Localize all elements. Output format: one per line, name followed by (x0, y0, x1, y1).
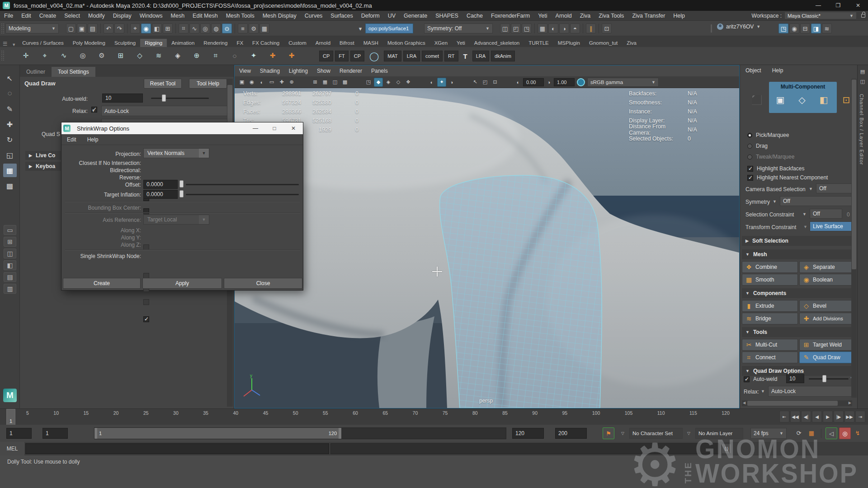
close-dialog-button[interactable]: Close (224, 278, 302, 289)
radio-drag[interactable]: Drag (747, 143, 768, 149)
chevron-down-icon[interactable]: ▼ (809, 187, 813, 191)
paint-effects-icon[interactable]: ◓ (570, 23, 580, 33)
wireframe-icon[interactable]: ◳ (364, 78, 373, 87)
open-render-view-icon[interactable]: ▦ (259, 23, 269, 33)
humanik-toggle-icon[interactable]: ◉ (789, 23, 799, 33)
exposure-icon[interactable]: ◐ (514, 78, 523, 87)
face-mode-icon[interactable]: ◧ (817, 93, 830, 107)
layout-single-pane-icon[interactable]: ▭ (4, 225, 16, 235)
select-object-icon[interactable]: ◉ (141, 23, 151, 33)
menu-item[interactable]: Mesh Display (259, 13, 301, 19)
step-back-frame-button[interactable]: ◀| (801, 411, 811, 422)
qdo-auto-weld-slider[interactable] (809, 378, 849, 380)
sound-icon[interactable]: ◁ (826, 427, 837, 439)
shelf-script-button[interactable]: dkAnim (491, 51, 515, 61)
select-camera-icon[interactable]: ▣ (237, 78, 246, 87)
shelf-tab[interactable]: TURTLE (524, 39, 553, 47)
offset-slider[interactable] (186, 184, 299, 185)
tool-help-button[interactable]: Tool Help (189, 79, 227, 89)
vertex-mode-icon[interactable]: ▣ (774, 93, 787, 107)
radio-tweak-marquee[interactable]: Tweak/Marquee (747, 154, 794, 160)
display-layer-toggle-icon[interactable]: ⊡ (602, 23, 612, 33)
film-gate-icon[interactable]: ▦ (321, 78, 330, 87)
qdo-auto-weld-checkbox[interactable]: Auto-weld (744, 376, 777, 382)
step-forward-frame-button[interactable]: |▶ (834, 411, 844, 422)
shelf-grip[interactable] (1, 51, 4, 61)
status-icon[interactable] (583, 23, 583, 33)
status-icon[interactable] (127, 23, 127, 33)
menu-item[interactable]: Ziva (576, 13, 595, 19)
projection-dropdown[interactable]: Vertex Normals▼ (143, 148, 209, 158)
shelf-tab[interactable]: Rigging (140, 39, 167, 47)
step-back-key-button[interactable]: ◀◀ (790, 411, 800, 422)
shelf-script-button[interactable]: LRA (403, 51, 420, 61)
panel-menu-item[interactable]: View (235, 68, 255, 74)
boolean-button[interactable]: ◉Boolean (799, 274, 855, 286)
shelf-tab[interactable]: FX (232, 39, 248, 47)
shelf-script-button[interactable]: RT (444, 51, 458, 61)
snap-curve-icon[interactable]: ∿ (189, 23, 199, 33)
extrude-button[interactable]: ▮Extrude (742, 300, 798, 312)
target-inflation-slider[interactable] (186, 194, 299, 195)
axis-reference-dropdown[interactable]: Target Local▼ (143, 215, 209, 225)
apply-button[interactable]: Apply (142, 278, 222, 289)
perspective-viewport[interactable]: ViewShadingLightingShowRendererPanels ▣◉… (234, 65, 740, 408)
channel-box-toggle-icon[interactable]: ≋ (822, 23, 832, 33)
dialog-title-bar[interactable]: M ShrinkWrap Options — □ ✕ (61, 122, 303, 134)
snap-point-icon[interactable]: ◎ (200, 23, 210, 33)
image-plane-icon[interactable]: ✚ (277, 78, 286, 87)
select-component-icon[interactable]: ◧ (152, 23, 162, 33)
maximize-button[interactable]: ❐ (828, 0, 848, 11)
offset-slider-handle[interactable] (179, 180, 184, 188)
close-button[interactable]: ✕ (848, 0, 868, 11)
menu-item[interactable]: Generate (400, 13, 431, 19)
shelf-tab[interactable]: Bifrost (335, 39, 359, 47)
circle-shelf-icon[interactable]: ◯ (366, 51, 382, 61)
wrap-icon[interactable]: ◌ (229, 50, 241, 61)
menu-set-dropdown[interactable]: Modeling▼ (5, 23, 59, 33)
move-tool-icon[interactable]: ✚ (3, 117, 17, 131)
connect-button[interactable]: ⌗Connect (742, 352, 798, 363)
layout-four-pane-icon[interactable]: ⊞ (4, 237, 16, 247)
colorspace-dropdown[interactable]: sRGB gamma▼ (587, 78, 659, 87)
open-scene-icon[interactable]: ▣ (77, 23, 87, 33)
grid-icon[interactable]: ⊞ (311, 78, 320, 87)
bevel-button[interactable]: ◇Bevel (799, 300, 855, 312)
menu-item[interactable]: Select (60, 13, 84, 19)
motion-blur-icon[interactable]: ◑ (447, 78, 456, 87)
mesh-section[interactable]: ▼Mesh (742, 249, 852, 259)
gamma-icon[interactable]: ◑ (544, 78, 553, 87)
panel-menu-item[interactable]: Renderer (335, 68, 367, 74)
account-menu[interactable]: aritz7Y6OV ▼ (717, 23, 760, 30)
shaded-icon[interactable]: ◆ (374, 78, 383, 87)
light-icon[interactable]: ◐ (548, 23, 558, 33)
menu-item[interactable]: Curves (301, 13, 327, 19)
tab-tool-settings[interactable]: Tool Settings (52, 67, 95, 77)
joint-tool-icon[interactable]: ✛ (20, 50, 32, 61)
screen-space-ao-icon[interactable]: ✦ (437, 78, 446, 87)
channel-box-layer-editor-tab[interactable]: Channel Box / Layer Editor (859, 94, 864, 165)
auto-weld-slider-handle[interactable] (162, 94, 166, 102)
reset-tool-button[interactable]: Reset Tool (144, 79, 182, 89)
2d-pan-zoom-icon[interactable]: ⊕ (287, 78, 296, 87)
qdo-auto-weld-input[interactable]: 10 (786, 374, 804, 383)
target-inflation-input[interactable]: 0.0000 (143, 190, 178, 199)
go-to-end-button[interactable]: ⇥ (855, 411, 865, 422)
add-influence-icon[interactable]: ✚ (286, 50, 297, 61)
play-forwards-button[interactable]: ▶ (823, 411, 833, 422)
animation-end-input[interactable]: 200 (555, 428, 587, 439)
isolate-select-icon[interactable]: ↖ (471, 78, 480, 87)
live-surface-field[interactable]: opo:polySurface1 (365, 23, 413, 33)
menu-item[interactable]: Edit (17, 13, 35, 19)
offset-input[interactable]: 0.0000 (143, 180, 178, 189)
shelf-options-icon[interactable]: ▼ (10, 42, 18, 47)
target-inflation-slider-handle[interactable] (179, 190, 184, 197)
reverse-checkbox[interactable] (143, 208, 149, 214)
lock-camera-icon[interactable]: ◉ (247, 78, 256, 87)
dialog-menu-item[interactable]: Edit (61, 136, 82, 143)
menu-item[interactable]: Display (109, 13, 136, 19)
qdo-auto-weld-slider-handle[interactable] (822, 375, 826, 382)
gamma-input[interactable]: 1.00 (554, 78, 575, 86)
radio-pick-marquee[interactable]: Pick/Marquee (747, 132, 789, 138)
auto-weld-slider[interactable] (151, 98, 209, 99)
